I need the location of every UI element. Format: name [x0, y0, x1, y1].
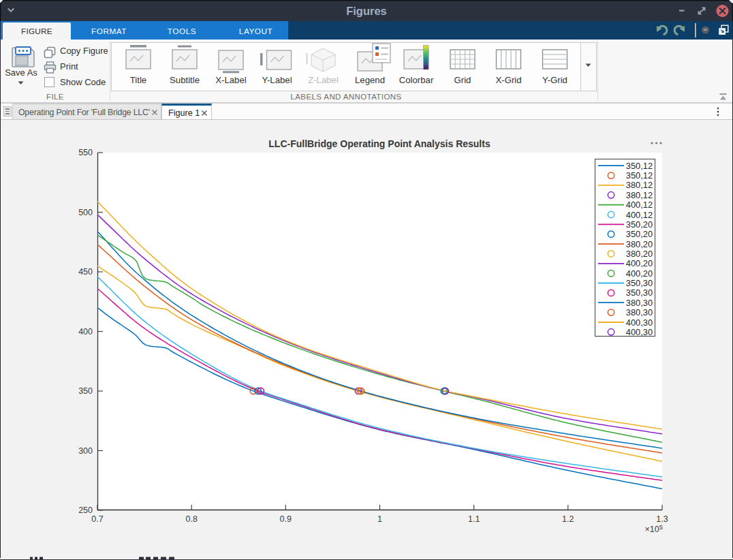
svg-text:400,20: 400,20 [626, 258, 653, 268]
svg-text:400,12: 400,12 [626, 200, 653, 210]
svg-text:Z-Label: Z-Label [308, 75, 339, 85]
svg-text:Y-Grid: Y-Grid [542, 75, 567, 85]
svg-text:Grid: Grid [454, 75, 471, 85]
svg-text:380,30: 380,30 [626, 298, 653, 308]
svg-text:X-Label: X-Label [215, 75, 247, 85]
svg-text:X-Grid: X-Grid [495, 75, 521, 85]
svg-text:Subtitle: Subtitle [170, 75, 200, 85]
svg-text:400,20: 400,20 [626, 268, 653, 279]
svg-text:Legend: Legend [355, 75, 385, 85]
svg-text:Title: Title [130, 75, 146, 85]
svg-text:1: 1 [377, 514, 382, 524]
svg-text:Y-Label: Y-Label [262, 75, 292, 85]
svg-text:380,20: 380,20 [626, 239, 653, 249]
svg-text:350,12: 350,12 [626, 161, 653, 171]
svg-text:0.8: 0.8 [186, 514, 198, 524]
svg-text:450: 450 [78, 267, 93, 277]
svg-text:400: 400 [78, 327, 93, 337]
svg-text:350,30: 350,30 [626, 278, 653, 288]
svg-text:350,30: 350,30 [626, 287, 653, 298]
svg-text:350: 350 [78, 386, 93, 396]
svg-text:0.9: 0.9 [280, 514, 292, 524]
svg-text:350,20: 350,20 [626, 229, 653, 239]
svg-text:1.3: 1.3 [656, 514, 668, 524]
svg-text:250: 250 [78, 505, 93, 515]
svg-text:400,30: 400,30 [626, 317, 653, 328]
svg-text:500: 500 [78, 208, 93, 217]
svg-text:1.2: 1.2 [562, 514, 574, 524]
svg-text:380,12: 380,12 [626, 180, 653, 190]
svg-text:1.1: 1.1 [468, 514, 480, 524]
svg-text:350,20: 350,20 [626, 219, 653, 230]
svg-text:400,30: 400,30 [626, 327, 653, 337]
svg-text:LLC-FullBridge Operating Point: LLC-FullBridge Operating Point Analysis … [268, 138, 490, 149]
svg-text:400,12: 400,12 [626, 210, 653, 220]
svg-text:Colorbar: Colorbar [399, 75, 434, 85]
svg-text:380,20: 380,20 [626, 249, 653, 259]
svg-text:380,30: 380,30 [626, 307, 653, 317]
svg-text:350,12: 350,12 [626, 170, 653, 181]
svg-text:300: 300 [78, 446, 93, 456]
svg-text:380,12: 380,12 [626, 190, 653, 200]
svg-text:550: 550 [78, 148, 93, 157]
svg-text:0.7: 0.7 [91, 514, 103, 524]
